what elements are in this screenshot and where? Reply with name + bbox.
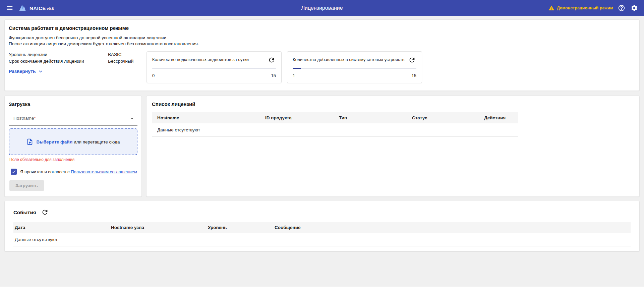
app-version: v0.8: [47, 7, 54, 11]
hostname-select[interactable]: Hostname*: [9, 111, 137, 126]
demo-mode-badge: Демонстрационный режим: [548, 5, 613, 11]
upload-submit-button[interactable]: Загрузить: [9, 180, 44, 191]
main-content: Система работает в демонстрационном режи…: [0, 16, 644, 287]
empty-state-text: Данные отсутствуют: [152, 123, 518, 137]
license-table: Hostname ID продукта Тип Статус Действия…: [152, 112, 518, 137]
devices-current-value: 1: [293, 73, 295, 78]
license-list-title: Список лицензий: [152, 101, 634, 107]
app-name: NAICEv0.8: [30, 5, 54, 11]
refresh-button[interactable]: [408, 56, 416, 64]
demo-description-line-1: Функционал доступен бессрочно до первой …: [9, 35, 635, 41]
table-row: Данные отсутствуют: [13, 233, 631, 246]
column-header-product-id: ID продукта: [260, 112, 334, 123]
agreement-checkbox[interactable]: [11, 169, 17, 175]
menu-button[interactable]: [5, 4, 14, 12]
refresh-icon: [268, 56, 275, 64]
devices-meter-card: Количество добавленных в систему сетевых…: [287, 51, 422, 83]
field-required-error: Поле обязательно для заполнения: [9, 157, 137, 162]
expand-link-label: Развернуть: [9, 69, 36, 74]
gear-icon: [631, 4, 638, 12]
column-header-date: Дата: [13, 222, 110, 233]
app-logo-icon: [18, 4, 27, 12]
demo-mode-label: Демонстрационный режим: [557, 6, 613, 10]
hamburger-icon: [6, 4, 13, 12]
column-header-actions: Действия: [479, 112, 518, 123]
required-asterisk: *: [34, 116, 36, 121]
chevron-down-icon: [37, 68, 44, 75]
endpoints-meter-title: Количество подключенных эндпоинтов за су…: [152, 56, 249, 62]
agreement-text: Я прочитал и согласен с Пользовательским…: [20, 169, 137, 174]
license-summary: Уровень лицензии BASIC Срок окончания де…: [9, 51, 147, 75]
help-icon: [618, 4, 625, 12]
column-header-level: Уровень: [207, 222, 273, 233]
demo-mode-card: Система работает в демонстрационном режи…: [4, 19, 640, 91]
settings-button[interactable]: [630, 4, 639, 12]
events-title: События: [13, 210, 36, 215]
license-level-label: Уровень лицензии: [9, 52, 108, 57]
endpoints-current-value: 0: [152, 73, 155, 78]
devices-progress-fill: [293, 68, 301, 69]
page-title: Лицензирование: [0, 5, 644, 11]
column-header-hostname: Hostname: [152, 112, 260, 123]
license-level-value: BASIC: [108, 52, 122, 57]
refresh-icon: [408, 56, 416, 64]
dropdown-arrow-icon: [128, 114, 136, 122]
license-expiry-value: Бессрочный: [108, 59, 133, 64]
column-header-message: Сообщение: [273, 222, 631, 233]
column-header-node-hostname: Hostname узла: [110, 222, 207, 233]
upload-card: Загрузка Hostname* Выберите файл или пер…: [4, 96, 142, 197]
check-icon: [11, 169, 16, 174]
events-table: Дата Hostname узла Уровень Сообщение Дан…: [13, 222, 631, 246]
demo-card-title: Система работает в демонстрационном режи…: [9, 25, 635, 31]
column-header-type: Тип: [334, 112, 407, 123]
dropzone-hint-text: или перетащите сюда: [72, 139, 120, 144]
empty-state-text: Данные отсутствуют: [13, 233, 631, 246]
help-button[interactable]: [617, 4, 626, 12]
license-expiry-label: Срок окончания действия лицензии: [9, 59, 108, 64]
devices-progress-track: [293, 68, 416, 69]
devices-meter-title: Количество добавленных в систему сетевых…: [293, 56, 404, 62]
appbar: NAICEv0.8 Лицензирование Демонстрационны…: [0, 0, 644, 16]
table-row: Данные отсутствуют: [152, 123, 518, 137]
endpoints-progress-track: [152, 68, 276, 69]
user-agreement-link[interactable]: Пользовательским соглашением: [71, 169, 137, 174]
devices-max-value: 15: [412, 73, 416, 78]
events-card: События Дата Hostname узла Уровень Сообщ…: [4, 201, 640, 251]
endpoints-meter-card: Количество подключенных эндпоинтов за су…: [147, 51, 282, 83]
endpoints-max-value: 15: [271, 73, 276, 78]
upload-card-title: Загрузка: [9, 101, 137, 107]
warning-icon: [548, 5, 554, 11]
expand-link[interactable]: Развернуть: [9, 68, 44, 75]
refresh-icon: [41, 209, 49, 216]
upload-file-icon: [26, 138, 34, 145]
license-list-card: Список лицензий Hostname ID продукта Тип…: [146, 96, 640, 197]
demo-description-line-2: После активации лицензии деморежим будет…: [9, 41, 635, 47]
refresh-button[interactable]: [267, 56, 276, 64]
refresh-events-button[interactable]: [41, 208, 49, 217]
file-dropzone[interactable]: Выберите файл или перетащите сюда: [9, 128, 137, 155]
hostname-select-label: Hostname: [13, 116, 34, 121]
column-header-status: Статус: [407, 112, 479, 123]
choose-file-link[interactable]: Выберите файл: [36, 139, 72, 144]
